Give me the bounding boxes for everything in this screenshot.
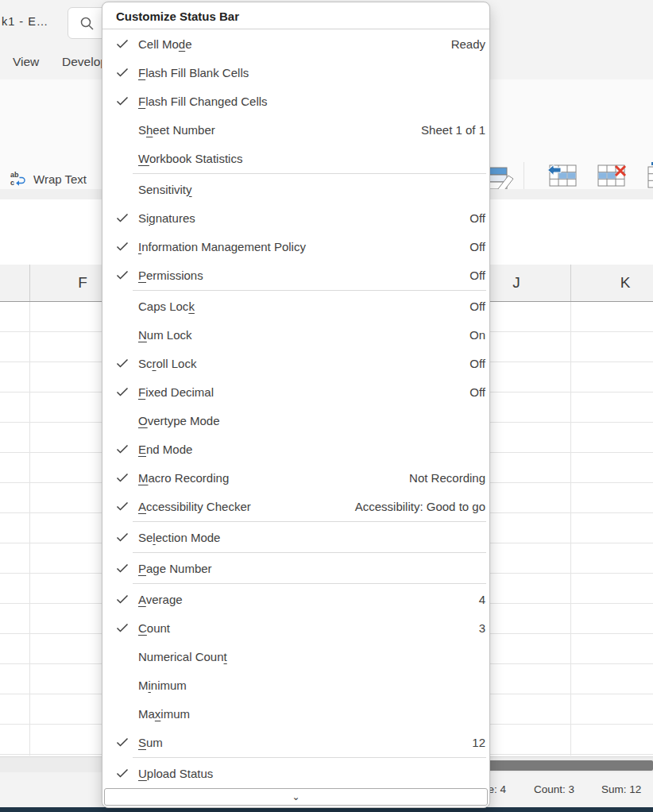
checkmark-icon: [102, 623, 138, 633]
status-sum[interactable]: Sum: 12: [601, 772, 641, 807]
menu-item-numerical-count[interactable]: Numerical Count: [102, 642, 489, 671]
checkmark-icon: [102, 444, 138, 454]
menu-item-upload-status[interactable]: Upload Status: [102, 759, 489, 787]
delete-cells-icon: [597, 162, 627, 189]
menu-item-label: Information Management Policy: [138, 240, 469, 253]
menu-item-label: Upload Status: [138, 767, 485, 780]
menu-item-label: Scroll Lock: [138, 357, 469, 370]
menu-item-label: Cell Mode: [138, 37, 451, 51]
menu-item-value: Ready: [451, 37, 485, 51]
menu-item-end-mode[interactable]: End Mode: [102, 435, 489, 463]
menu-item-label: Accessibility Checker: [138, 500, 355, 513]
menu-item-num-lock[interactable]: Num LockOn: [102, 320, 489, 349]
checkmark-icon: [102, 532, 138, 543]
menu-item-workbook-statistics[interactable]: Workbook Statistics: [102, 144, 489, 172]
menu-item-caps-lock[interactable]: Caps LockOff: [102, 292, 489, 320]
menu-item-flash-fill-changed-cells[interactable]: Flash Fill Changed Cells: [102, 87, 489, 115]
menu-item-macro-recording[interactable]: Macro RecordingNot Recording: [102, 463, 489, 492]
menu-item-value: 12: [472, 736, 485, 749]
menu-item-label: Minimum: [138, 679, 485, 692]
checkmark-icon: [102, 242, 138, 252]
column-header-f[interactable]: F: [78, 265, 87, 301]
grid-column-line: [29, 302, 30, 756]
menu-separator: [133, 290, 486, 291]
menu-item-cell-mode[interactable]: Cell ModeReady: [102, 29, 489, 58]
checkmark-icon: [102, 213, 138, 223]
checkmark-icon: [102, 68, 138, 78]
checkmark-icon: [102, 270, 138, 280]
menu-item-value: 3: [479, 621, 485, 635]
wrap-text-label: Wrap Text: [33, 172, 87, 186]
menu-item-label: Overtype Mode: [138, 414, 485, 427]
menu-item-value: Off: [469, 300, 485, 313]
menu-item-label: Signatures: [138, 211, 469, 225]
menu-separator: [133, 521, 486, 522]
wrap-text-icon: ab c: [10, 170, 27, 188]
menu-item-label: Sensitivity: [138, 183, 485, 196]
menu-separator: [133, 173, 486, 174]
menu-item-average[interactable]: Average4: [102, 585, 489, 613]
status-count[interactable]: Count: 3: [534, 772, 574, 807]
menu-item-selection-mode[interactable]: Selection Mode: [102, 523, 489, 551]
svg-text:ab: ab: [10, 171, 19, 179]
menu-item-scroll-lock[interactable]: Scroll LockOff: [102, 349, 489, 377]
checkmark-icon: [102, 39, 138, 49]
checkmark-icon: [102, 501, 138, 512]
menu-item-label: Workbook Statistics: [138, 152, 485, 165]
menu-item-overtype-mode[interactable]: Overtype Mode: [102, 406, 489, 435]
menu-item-sheet-number[interactable]: Sheet NumberSheet 1 of 1: [102, 115, 489, 144]
column-header-divider: [570, 265, 571, 301]
menu-item-flash-fill-blank-cells[interactable]: Flash Fill Blank Cells: [102, 58, 489, 87]
checkmark-icon: [102, 737, 138, 748]
menu-item-label: Average: [138, 593, 479, 606]
checkmark-icon: [102, 563, 138, 574]
menu-item-page-number[interactable]: Page Number: [102, 554, 489, 582]
menu-scroll-down-button[interactable]: ⌄: [104, 788, 488, 806]
menu-item-value: Accessibility: Good to go: [355, 500, 485, 513]
menu-item-sensitivity[interactable]: Sensitivity: [102, 175, 489, 203]
menu-item-maximum[interactable]: Maximum: [102, 699, 489, 728]
grid-column-line: [570, 302, 571, 756]
menu-item-value: Off: [469, 357, 485, 370]
menu-item-label: Num Lock: [138, 328, 469, 342]
window-title: k1 - E…: [2, 15, 48, 28]
menu-title: Customize Status Bar: [102, 6, 489, 29]
menu-item-count[interactable]: Count3: [102, 613, 489, 642]
menu-item-value: Off: [469, 269, 485, 282]
menu-item-label: Count: [138, 621, 479, 635]
menu-item-label: Macro Recording: [138, 471, 409, 485]
checkmark-icon: [102, 473, 138, 483]
customize-status-bar-menu: Customize Status Bar Cell ModeReadyFlash…: [102, 2, 490, 808]
tab-view[interactable]: View: [13, 50, 39, 74]
menu-item-label: Maximum: [138, 707, 485, 721]
menu-item-label: Sheet Number: [138, 123, 421, 137]
menu-item-information-management-policy[interactable]: Information Management PolicyOff: [102, 232, 489, 261]
checkmark-icon: [102, 358, 138, 369]
checkmark-icon: [102, 768, 138, 779]
menu-item-signatures[interactable]: SignaturesOff: [102, 203, 489, 232]
column-header-j[interactable]: J: [512, 265, 520, 301]
menu-separator: [133, 583, 486, 584]
svg-text:c: c: [10, 179, 14, 187]
menu-item-label: Flash Fill Blank Cells: [138, 66, 485, 79]
menu-item-value: Not Recording: [409, 471, 485, 485]
menu-item-permissions[interactable]: PermissionsOff: [102, 261, 489, 289]
menu-item-label: Page Number: [138, 562, 485, 575]
wrap-text-button[interactable]: ab c Wrap Text: [10, 170, 87, 188]
menu-item-value: On: [469, 328, 485, 342]
menu-item-fixed-decimal[interactable]: Fixed DecimalOff: [102, 377, 489, 406]
menu-item-value: Off: [469, 240, 485, 253]
menu-separator: [133, 552, 486, 553]
menu-item-accessibility-checker[interactable]: Accessibility CheckerAccessibility: Good…: [102, 492, 489, 520]
column-header-k[interactable]: K: [620, 265, 631, 301]
search-icon: [79, 16, 95, 32]
insert-cells-icon: [547, 162, 578, 189]
checkmark-icon: [102, 387, 138, 397]
chevron-down-icon: ⌄: [292, 791, 299, 802]
format-cells-icon: [646, 162, 653, 189]
menu-item-sum[interactable]: Sum12: [102, 728, 489, 756]
checkmark-icon: [102, 96, 138, 106]
menu-item-minimum[interactable]: Minimum: [102, 671, 489, 699]
status-bar-menu-items: Cell ModeReadyFlash Fill Blank CellsFlas…: [102, 29, 489, 787]
menu-item-value: 4: [479, 593, 485, 606]
